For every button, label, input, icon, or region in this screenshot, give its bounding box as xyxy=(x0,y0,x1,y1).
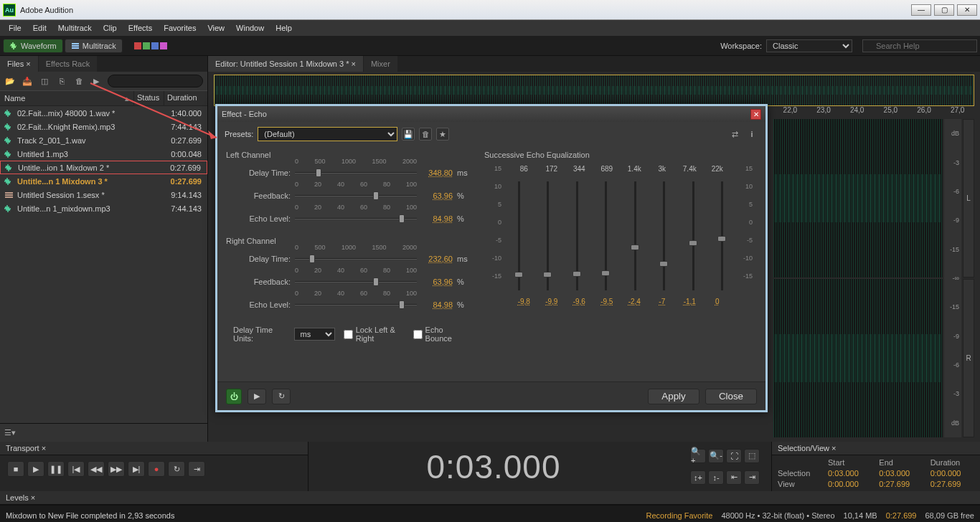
zoom-in-start-icon[interactable]: ⇤ xyxy=(726,470,742,485)
col-duration[interactable]: Duration xyxy=(164,91,207,105)
channel-l-button[interactable]: L xyxy=(963,119,974,277)
eq-thumb[interactable] xyxy=(601,270,610,276)
slider-thumb[interactable] xyxy=(373,191,379,200)
zoom-out-vert-icon[interactable]: ↕- xyxy=(708,470,724,485)
routing-icon[interactable]: ⇄ xyxy=(728,128,741,141)
slider-track[interactable]: 020406080100 xyxy=(295,297,417,313)
eq-slider[interactable] xyxy=(576,181,578,290)
dialog-close-icon[interactable]: ✕ xyxy=(750,109,761,120)
presets-select[interactable]: (Default) xyxy=(258,127,397,141)
preview-play-button[interactable]: ▶ xyxy=(248,389,266,404)
menu-file[interactable]: File xyxy=(3,22,27,34)
editor-tab[interactable]: Editor: Untitled Session 1 Mixdown 3 *× xyxy=(208,56,364,72)
eq-thumb[interactable] xyxy=(573,271,581,277)
eq-thumb[interactable] xyxy=(631,245,639,250)
next-button[interactable]: ▶| xyxy=(128,461,145,477)
file-row[interactable]: Untitled 1.mp30:00.048 xyxy=(0,147,207,161)
eq-value[interactable]: -9,9 xyxy=(538,298,566,305)
menu-multitrack[interactable]: Multitrack xyxy=(52,22,98,34)
zoom-sel-icon[interactable]: ⬚ xyxy=(744,449,760,463)
col-status[interactable]: Status xyxy=(134,91,164,105)
slider-thumb[interactable] xyxy=(373,277,379,286)
slider-track[interactable]: 0500100015002000 xyxy=(295,251,417,267)
col-name[interactable]: Name▴ xyxy=(0,91,134,105)
apply-button[interactable]: Apply xyxy=(648,389,699,404)
mixer-tab[interactable]: Mixer xyxy=(364,56,398,72)
loop-button[interactable]: ↻ xyxy=(168,461,185,477)
slider-value[interactable]: 63,96 xyxy=(421,191,453,200)
file-row[interactable]: Untitled Session 1.sesx *9:14.143 xyxy=(0,188,207,201)
power-toggle-icon[interactable]: ⏻ xyxy=(226,389,242,404)
forward-button[interactable]: ▶▶ xyxy=(108,461,125,477)
slider-value[interactable]: 84,98 xyxy=(421,214,453,223)
menu-clip[interactable]: Clip xyxy=(98,22,123,34)
slider-thumb[interactable] xyxy=(309,255,315,263)
delay-units-select[interactable]: ms xyxy=(294,328,335,341)
file-row[interactable]: Untitle...n 1 Mixdown 3 *0:27.699 xyxy=(0,174,207,188)
workspace-select[interactable]: Classic xyxy=(766,39,852,52)
zoom-out-horiz-icon[interactable]: 🔍- xyxy=(708,449,724,463)
minimize-button[interactable]: — xyxy=(911,4,931,16)
sel-end[interactable]: 0:03.000 xyxy=(879,469,923,478)
eq-slider[interactable] xyxy=(663,181,665,290)
new-icon[interactable]: ◫ xyxy=(39,75,50,87)
eq-thumb[interactable] xyxy=(659,261,668,267)
close-button[interactable]: ✕ xyxy=(957,4,977,16)
view-dur[interactable]: 0:27.699 xyxy=(930,480,974,488)
eq-value[interactable]: -9,6 xyxy=(565,298,593,305)
file-row[interactable]: 02.Fait...mix) 48000 1.wav *1:40.000 xyxy=(0,106,207,120)
eq-value[interactable]: -9,5 xyxy=(593,298,621,305)
eq-thumb[interactable] xyxy=(689,240,697,246)
eq-slider[interactable] xyxy=(692,181,694,290)
overview-waveform[interactable] xyxy=(214,75,974,106)
file-row[interactable]: Untitle...ion 1 Mixdown 2 *0:27.699 xyxy=(0,161,207,174)
files-tab[interactable]: Files× xyxy=(0,56,39,72)
zoom-in-horiz-icon[interactable]: 🔍+ xyxy=(690,449,706,463)
close-dialog-button[interactable]: Close xyxy=(705,389,757,404)
stop-button[interactable]: ■ xyxy=(7,461,24,477)
slider-track[interactable]: 020406080100 xyxy=(295,188,417,204)
eq-value[interactable]: -7 xyxy=(649,298,677,305)
favorite-preset-icon[interactable]: ★ xyxy=(436,128,449,141)
eq-thumb[interactable] xyxy=(514,272,523,277)
multitrack-mode-button[interactable]: Multitrack xyxy=(65,39,123,53)
slider-thumb[interactable] xyxy=(399,300,405,309)
slider-thumb[interactable] xyxy=(399,214,405,223)
zoom-out-end-icon[interactable]: ⇥ xyxy=(744,470,760,485)
eq-value[interactable]: -1,1 xyxy=(676,298,704,305)
skip-selection-button[interactable]: ⇥ xyxy=(188,461,205,477)
eq-value[interactable]: 0 xyxy=(704,298,732,305)
eq-slider[interactable] xyxy=(547,181,549,290)
prev-button[interactable]: |◀ xyxy=(67,461,85,477)
insert-icon[interactable]: ⎘ xyxy=(56,75,67,87)
rewind-button[interactable]: ◀◀ xyxy=(88,461,105,477)
file-row[interactable]: Track 2_001_1.wav0:27.699 xyxy=(0,133,207,147)
echo-bounce-checkbox[interactable]: Echo Bounce xyxy=(413,326,463,343)
file-row[interactable]: 02.Fait...Knight Remix).mp37:44.143 xyxy=(0,120,207,133)
delete-preset-icon[interactable]: 🗑 xyxy=(419,128,432,141)
delete-icon[interactable]: 🗑 xyxy=(73,75,85,87)
preview-loop-button[interactable]: ↻ xyxy=(272,389,291,404)
eq-slider[interactable] xyxy=(605,181,607,290)
slider-track[interactable]: 020406080100 xyxy=(295,274,417,290)
import-icon[interactable]: 📥 xyxy=(22,75,33,87)
menu-view[interactable]: View xyxy=(202,22,230,34)
menu-favorites[interactable]: Favorites xyxy=(158,22,202,34)
maximize-button[interactable]: ▢ xyxy=(934,4,954,16)
slider-value[interactable]: 84,98 xyxy=(421,300,453,309)
view-start[interactable]: 0:00.000 xyxy=(828,480,872,488)
effects-rack-tab[interactable]: Effects Rack xyxy=(39,56,98,72)
file-search[interactable] xyxy=(108,75,203,87)
eq-slider[interactable] xyxy=(634,181,636,290)
slider-thumb[interactable] xyxy=(316,169,321,177)
slider-track[interactable]: 0500100015002000 xyxy=(295,165,417,181)
play-button[interactable]: ▶ xyxy=(27,461,44,477)
slider-value[interactable]: 63,96 xyxy=(421,277,453,286)
lock-lr-checkbox[interactable]: Lock Left & Right xyxy=(344,326,405,343)
filter-icon[interactable]: ☰▾ xyxy=(4,427,16,439)
info-icon[interactable]: i xyxy=(745,128,758,141)
view-end[interactable]: 0:27.699 xyxy=(879,480,923,488)
channel-r-button[interactable]: R xyxy=(963,279,974,437)
waveform-mode-button[interactable]: Waveform xyxy=(3,39,63,53)
eq-thumb[interactable] xyxy=(717,236,726,242)
